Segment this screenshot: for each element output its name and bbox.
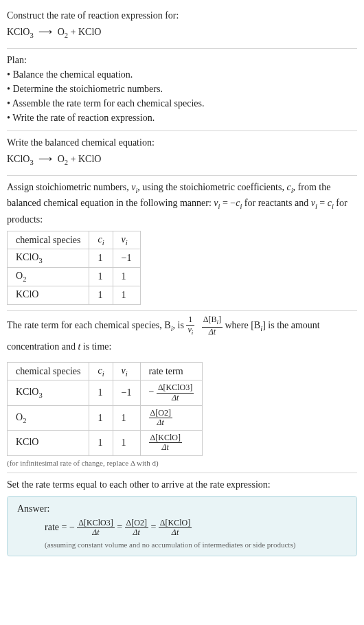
cell-nui: −1 — [113, 249, 140, 268]
stoich-section: Assign stoichiometric numbers, νi, using… — [7, 176, 357, 311]
table-row: KClO 1 1 Δ[KClO] Δt — [8, 431, 203, 455]
fraction-term-2: Δ[O2] Δt — [125, 519, 148, 537]
answer-note: (assuming constant volume and no accumul… — [17, 541, 347, 549]
prompt-section: Construct the rate of reaction expressio… — [7, 4, 357, 49]
reaction-arrow-icon: ⟶ — [36, 150, 55, 169]
rate-term-table: chemical species ci νi rate term KClO3 1… — [7, 362, 203, 456]
plan-list: • Balance the chemical equation. • Deter… — [7, 67, 357, 125]
col-ci: ci — [89, 231, 113, 249]
balanced-title: Write the balanced chemical equation: — [7, 135, 357, 150]
cell-ci: 1 — [89, 380, 113, 405]
balanced-equation: KClO3 ⟶ O2 + KClO — [7, 150, 357, 170]
cell-ci: 1 — [89, 286, 113, 305]
stoich-intro: Assign stoichiometric numbers, νi, using… — [7, 180, 357, 227]
rate-term-intro: The rate term for each chemical species,… — [7, 315, 357, 358]
table-row: O2 1 1 Δ[O2] Δt — [8, 405, 203, 430]
cell-species: KClO — [8, 286, 89, 305]
cell-rate-term: Δ[O2] Δt — [140, 405, 203, 430]
plan-title: Plan: — [7, 53, 357, 67]
col-rate-term: rate term — [140, 362, 203, 380]
prompt-text: Construct the rate of reaction expressio… — [7, 8, 357, 23]
cell-nui: 1 — [113, 268, 140, 286]
cell-nui: −1 — [113, 380, 140, 405]
reactant-kclo3: KClO3 — [7, 154, 34, 164]
cell-species: KClO3 — [8, 249, 89, 268]
stoich-table: chemical species ci νi KClO3 1 −1 O2 1 1… — [7, 231, 141, 305]
cell-ci: 1 — [89, 268, 113, 286]
fraction-term-3: Δ[KClO] Δt — [159, 519, 192, 537]
unbalanced-equation: KClO3 ⟶ O2 + KClO — [7, 23, 357, 43]
cell-species: O2 — [8, 405, 89, 430]
product-kclo: KClO — [78, 27, 101, 37]
col-species: chemical species — [8, 231, 89, 249]
cell-nui: 1 — [113, 431, 140, 455]
table-row: KClO 1 1 — [8, 286, 141, 305]
page-content: Construct the rate of reaction expressio… — [0, 0, 364, 569]
fraction-rate-term: Δ[KClO3] Δt — [157, 383, 194, 402]
cell-species: KClO3 — [8, 380, 89, 405]
product-o2: O2 — [58, 154, 68, 164]
table-header-row: chemical species ci νi rate term — [8, 362, 203, 380]
table-header-row: chemical species ci νi — [8, 231, 141, 249]
answer-title: Answer: — [17, 503, 347, 514]
product-o2: O2 — [58, 27, 68, 37]
fraction-rate-term: Δ[KClO] Δt — [149, 433, 182, 452]
rate-expression: rate = − Δ[KClO3] Δt = Δ[O2] Δt = Δ[KClO… — [17, 517, 347, 538]
cell-species: O2 — [8, 268, 89, 286]
fraction-dBi-dt: Δ[Bi] Δt — [202, 315, 223, 336]
final-section: Set the rate terms equal to each other t… — [7, 473, 357, 562]
table-row: KClO3 1 −1 — [8, 249, 141, 268]
plan-section: Plan: • Balance the chemical equation. •… — [7, 49, 357, 131]
infinitesimal-note: (for infinitesimal rate of change, repla… — [7, 459, 357, 467]
cell-ci: 1 — [89, 405, 113, 430]
table-row: KClO3 1 −1 − Δ[KClO3] Δt — [8, 380, 203, 405]
cell-ci: 1 — [89, 249, 113, 268]
cell-nui: 1 — [113, 286, 140, 305]
plan-item: • Determine the stoichiometric numbers. — [7, 82, 357, 96]
fraction-1-over-nu: 1 νi — [186, 315, 194, 336]
cell-species: KClO — [8, 431, 89, 455]
cell-nui: 1 — [113, 405, 140, 430]
plan-item: • Balance the chemical equation. — [7, 67, 357, 82]
col-ci: ci — [89, 362, 113, 380]
cell-rate-term: Δ[KClO] Δt — [140, 431, 203, 455]
col-species: chemical species — [8, 362, 89, 380]
cell-ci: 1 — [89, 431, 113, 455]
product-kclo: KClO — [78, 154, 101, 164]
answer-box: Answer: rate = − Δ[KClO3] Δt = Δ[O2] Δt … — [7, 496, 357, 557]
col-nui: νi — [113, 231, 140, 249]
rate-term-section: The rate term for each chemical species,… — [7, 311, 357, 473]
reaction-arrow-icon: ⟶ — [36, 23, 55, 42]
reactant-kclo3: KClO3 — [7, 27, 34, 37]
fraction-term-1: Δ[KClO3] Δt — [77, 519, 114, 537]
final-intro: Set the rate terms equal to each other t… — [7, 477, 357, 492]
plan-item: • Write the rate of reaction expression. — [7, 111, 357, 125]
cell-rate-term: − Δ[KClO3] Δt — [140, 380, 203, 405]
plan-item: • Assemble the rate term for each chemic… — [7, 96, 357, 111]
fraction-rate-term: Δ[O2] Δt — [149, 409, 172, 427]
col-nui: νi — [113, 362, 140, 380]
table-row: O2 1 1 — [8, 268, 141, 286]
balanced-section: Write the balanced chemical equation: KC… — [7, 131, 357, 176]
